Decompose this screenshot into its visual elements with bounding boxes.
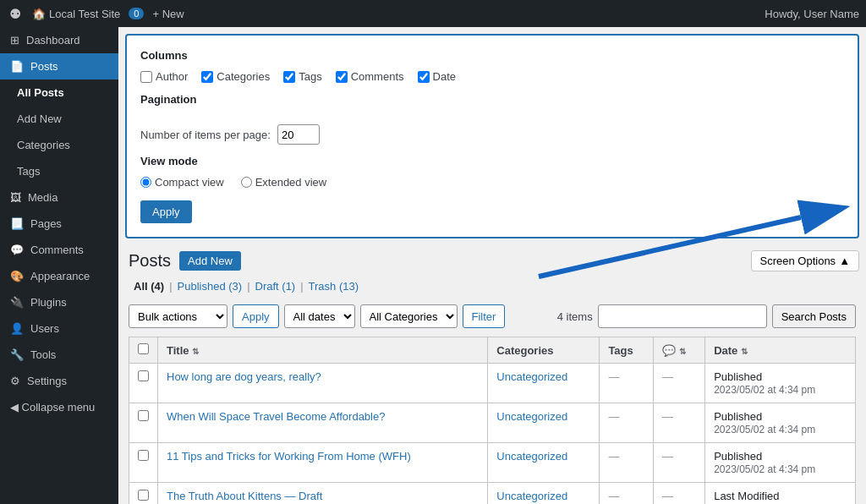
sidebar-item-appearance[interactable]: 🎨 Appearance: [0, 263, 118, 289]
pagination-section: Pagination: [140, 93, 844, 114]
sidebar-item-tools[interactable]: 🔧 Tools: [0, 342, 118, 368]
sidebar-item-all-posts[interactable]: All Posts: [0, 79, 118, 106]
post-status-1: Published: [714, 410, 762, 423]
row-select-checkbox-3[interactable]: [138, 490, 149, 501]
table-row: The Truth About Kittens — Draft Uncatego…: [129, 483, 856, 505]
main-content: Columns Author Categories Tags Comments: [118, 27, 866, 504]
appearance-icon: 🎨: [10, 270, 24, 282]
bulk-apply-button[interactable]: Apply: [233, 304, 279, 328]
comments-checkbox-input[interactable]: [336, 71, 348, 83]
row-tags-2: —: [600, 443, 654, 483]
title-sort-icon: ⇅: [192, 347, 199, 356]
filter-tab-draft[interactable]: Draft (1): [250, 277, 301, 296]
compact-view-input[interactable]: [140, 177, 151, 188]
settings-icon: ⚙: [10, 375, 20, 387]
search-posts-input[interactable]: [598, 304, 767, 328]
column-author-checkbox[interactable]: Author: [140, 70, 188, 83]
sidebar-item-comments[interactable]: 💬 Comments: [0, 237, 118, 263]
comments-sort-icon: ⇅: [679, 347, 686, 356]
post-status-2: Published: [714, 450, 762, 463]
post-date-1: 2023/05/02 at 4:34 pm: [714, 424, 815, 436]
table-row: How long are dog years, really? Uncatego…: [129, 364, 856, 403]
pagination-label: Number of items per page:: [140, 129, 271, 141]
screen-options-button[interactable]: Screen Options ▲: [751, 250, 859, 271]
column-comments-checkbox[interactable]: Comments: [336, 70, 404, 83]
sidebar-item-add-new[interactable]: Add New: [0, 106, 118, 132]
screen-options-panel: Columns Author Categories Tags Comments: [125, 34, 859, 238]
row-category-1: Uncategorized: [488, 403, 600, 443]
tools-icon: 🔧: [10, 348, 24, 361]
bulk-actions-select[interactable]: Bulk actions Edit Move to Trash: [129, 304, 227, 328]
th-categories: Categories: [488, 337, 600, 364]
wp-logo-icon[interactable]: ⚉: [7, 5, 24, 22]
dates-filter-select[interactable]: All dates: [284, 304, 355, 328]
add-new-button[interactable]: Add New: [179, 251, 241, 271]
row-category-2: Uncategorized: [488, 443, 600, 483]
table-row: When Will Space Travel Become Affordable…: [129, 403, 856, 443]
filter-tab-all[interactable]: All (4): [129, 277, 169, 296]
post-category-link-1[interactable]: Uncategorized: [496, 410, 567, 423]
filter-tabs: All (4) | Published (3) | Draft (1) | Tr…: [129, 277, 856, 296]
row-checkbox-0: [129, 364, 158, 403]
th-checkbox: [129, 337, 158, 364]
post-title-link-3[interactable]: The Truth About Kittens — Draft: [167, 490, 322, 502]
post-title-link-1[interactable]: When Will Space Travel Become Affordable…: [167, 410, 385, 423]
table-row: 11 Tips and Tricks for Working From Home…: [129, 443, 856, 483]
view-mode-radio-group: Compact view Extended view: [140, 176, 844, 189]
select-all-checkbox[interactable]: [138, 343, 149, 354]
sidebar-item-settings[interactable]: ⚙ Settings: [0, 368, 118, 394]
new-item-button[interactable]: + New: [152, 8, 184, 20]
items-per-page-input[interactable]: [277, 124, 320, 145]
sidebar-item-dashboard[interactable]: ⊞ Dashboard: [0, 27, 118, 53]
extended-view-input[interactable]: [241, 177, 252, 188]
th-title[interactable]: Title ⇅: [158, 337, 488, 364]
compact-view-radio[interactable]: Compact view: [140, 176, 224, 189]
th-date[interactable]: Date ⇅: [705, 337, 856, 364]
column-categories-checkbox[interactable]: Categories: [201, 70, 270, 83]
row-select-checkbox-0[interactable]: [138, 370, 149, 381]
collapse-menu-button[interactable]: ◀ Collapse menu: [0, 394, 118, 420]
date-checkbox-input[interactable]: [418, 71, 430, 83]
filter-tab-trash[interactable]: Trash (13): [304, 277, 364, 296]
page-title: Posts: [129, 251, 171, 271]
posts-header-left: Posts Add New: [129, 251, 241, 271]
row-category-0: Uncategorized: [488, 364, 600, 403]
sidebar-item-categories[interactable]: Categories: [0, 132, 118, 158]
column-date-checkbox[interactable]: Date: [418, 70, 456, 83]
post-title-link-0[interactable]: How long are dog years, really?: [167, 370, 321, 383]
extended-view-radio[interactable]: Extended view: [241, 176, 327, 189]
row-select-checkbox-2[interactable]: [138, 450, 149, 461]
tags-checkbox-input[interactable]: [283, 71, 295, 83]
filter-button[interactable]: Filter: [463, 304, 506, 328]
categories-filter-select[interactable]: All Categories: [360, 304, 458, 328]
sidebar-item-plugins[interactable]: 🔌 Plugins: [0, 289, 118, 315]
row-title-2: 11 Tips and Tricks for Working From Home…: [158, 443, 488, 483]
post-category-link-3[interactable]: Uncategorized: [496, 490, 567, 502]
row-date-3: Last Modified 2023/03/31 at 2:42 pm: [705, 483, 856, 505]
sidebar-item-users[interactable]: 👤 Users: [0, 315, 118, 342]
view-mode-section: View mode Compact view Extended view: [140, 155, 844, 189]
sidebar-item-pages[interactable]: 📃 Pages: [0, 211, 118, 237]
row-tags-3: —: [600, 483, 654, 505]
pagination-row: Number of items per page:: [140, 124, 844, 145]
row-checkbox-1: [129, 403, 158, 443]
row-select-checkbox-1[interactable]: [138, 410, 149, 421]
comment-count-badge[interactable]: 0: [129, 8, 144, 19]
post-category-link-0[interactable]: Uncategorized: [496, 370, 567, 383]
site-name[interactable]: 🏠 Local Test Site: [32, 8, 120, 20]
post-title-link-2[interactable]: 11 Tips and Tricks for Working From Home…: [167, 450, 411, 463]
author-checkbox-input[interactable]: [140, 71, 152, 83]
categories-checkbox-input[interactable]: [201, 71, 213, 83]
column-tags-checkbox[interactable]: Tags: [283, 70, 321, 83]
post-category-link-2[interactable]: Uncategorized: [496, 450, 567, 463]
media-icon: 🖼: [10, 191, 21, 204]
sidebar-item-media[interactable]: 🖼 Media: [0, 184, 118, 211]
sidebar-item-posts[interactable]: 📄 Posts: [0, 53, 118, 79]
search-posts-button[interactable]: Search Posts: [772, 304, 856, 328]
apply-button[interactable]: Apply: [140, 200, 192, 223]
home-icon: 🏠: [32, 8, 46, 20]
filter-tab-published[interactable]: Published (3): [173, 277, 248, 296]
th-comments[interactable]: 💬 ⇅: [653, 337, 704, 364]
users-icon: 👤: [10, 322, 24, 335]
sidebar-item-tags[interactable]: Tags: [0, 158, 118, 184]
